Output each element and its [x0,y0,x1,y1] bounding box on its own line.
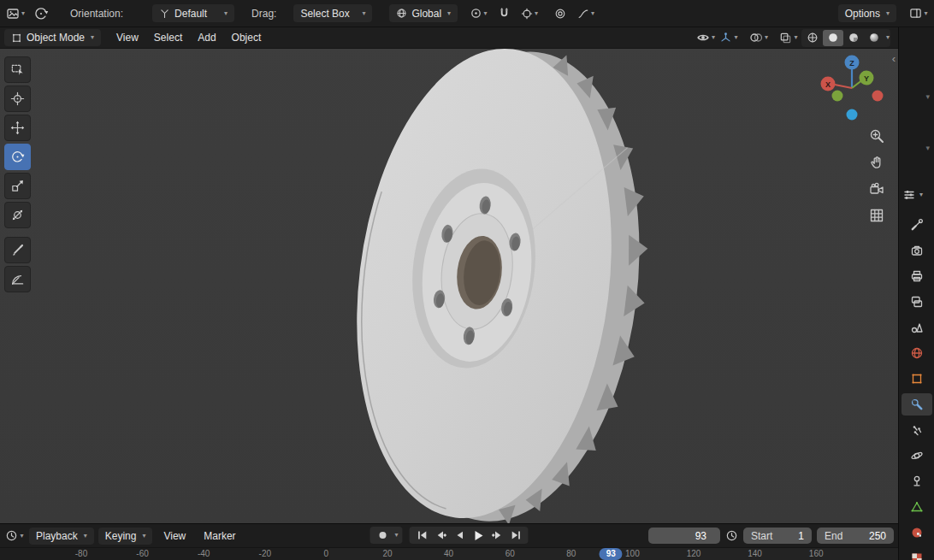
current-frame-value: 93 [695,530,706,542]
play-reverse-button[interactable] [452,528,468,542]
tab-particles[interactable] [901,419,932,441]
timeline-editor-type-button[interactable]: ▾ [4,527,25,545]
brake-disc-model[interactable] [331,33,673,523]
end-frame-field[interactable]: End 250 [817,528,894,544]
snap-target-dropdown[interactable]: ▾ [519,4,540,23]
chevron-down-icon[interactable]: ▾ [925,144,930,152]
transform-space-dropdown[interactable]: Global ▾ [389,4,458,22]
tab-object-data[interactable] [901,496,932,518]
neg-x-axis-ball[interactable] [872,91,884,102]
proportional-editing-toggle[interactable] [550,4,570,23]
tab-constraints[interactable] [901,470,932,492]
neg-y-axis-ball[interactable] [832,91,843,102]
menu-select[interactable]: Select [147,29,189,46]
jump-to-start-button[interactable] [414,528,430,542]
overlays-dropdown[interactable]: ▾ [748,28,769,47]
menu-view[interactable]: View [109,29,145,46]
tab-render[interactable] [901,239,932,262]
tab-view-layer[interactable] [901,291,932,313]
tool-scale-button[interactable] [4,173,31,199]
tool-rotate-button[interactable] [4,144,31,170]
toggle-ortho-button[interactable] [869,208,884,223]
falloff-curve-icon [577,8,589,20]
scene-icon [910,321,924,334]
timeline-menu-view[interactable]: View [157,528,192,545]
ruler-tick: -60 [136,549,148,558]
next-keyframe-icon [491,530,503,540]
play-icon [472,530,485,541]
tab-output[interactable] [901,265,932,287]
ruler-tick: 140 [748,549,762,558]
ruler-tick: 40 [444,549,453,558]
neg-z-axis-ball[interactable] [847,109,858,121]
mode-dropdown[interactable]: Object Mode ▾ [4,29,101,46]
shading-material-button[interactable] [843,30,864,46]
menu-add[interactable]: Add [191,29,222,46]
play-button[interactable] [470,528,487,542]
zoom-button[interactable] [869,128,884,144]
visibility-dropdown[interactable]: ▾ [695,28,716,47]
tab-physics[interactable] [901,445,932,467]
drag-dropdown[interactable]: Select Box ▾ [293,4,372,22]
scene-canvas[interactable] [0,27,898,523]
menu-object[interactable]: Object [225,29,269,46]
chevron-down-icon: ▾ [21,10,25,17]
output-printer-icon [910,269,924,283]
tool-move-button[interactable] [4,115,31,141]
sidebar-collapse-arrow[interactable]: ‹ [892,52,896,65]
material-sphere-icon [910,526,924,539]
tab-tool[interactable] [901,214,932,236]
pre-range-shade [0,548,329,560]
prev-keyframe-button[interactable] [433,528,449,542]
tool-measure-button[interactable] [4,266,31,292]
editor-type-button[interactable]: ▾ [5,4,26,23]
current-frame-field[interactable]: 93 [648,528,720,544]
end-label: End [825,530,842,542]
chevron-down-icon[interactable]: ▾ [925,92,930,101]
jump-to-end-button[interactable] [508,528,524,542]
shading-mode-group: ▾ [801,29,890,47]
tab-scene[interactable] [901,316,932,339]
options-dropdown[interactable]: Options ▾ [838,4,896,22]
tool-select-box-button[interactable] [4,56,31,83]
tool-transform-button[interactable] [4,202,31,228]
orientation-dropdown[interactable]: Default ▾ [152,4,234,22]
snap-toggle-button[interactable] [494,4,514,23]
tab-world[interactable] [901,342,932,364]
keying-dropdown[interactable]: Keying ▾ [98,528,153,545]
chevron-down-icon: ▾ [20,533,23,539]
keying-label: Keying [105,530,137,542]
timeline-menu-marker[interactable]: Marker [197,528,242,545]
auto-keying-record-button[interactable] [374,528,390,542]
shading-wireframe-button[interactable] [802,30,823,46]
start-frame-field[interactable]: Start 1 [743,528,812,544]
tab-object[interactable] [901,368,932,390]
mode-value: Object Mode [27,32,85,44]
playback-dropdown[interactable]: Playback ▾ [29,528,94,545]
tool-annotate-button[interactable] [4,237,31,263]
camera-view-button[interactable] [869,181,884,197]
timeline-ruler[interactable]: -80-60-40-2002040608010012014016093 [0,547,898,560]
end-value: 250 [869,530,886,542]
gizmo-toggle-dropdown[interactable]: ▾ [718,28,739,47]
tab-material[interactable] [901,522,932,544]
window-layout-button[interactable]: ▾ [908,4,929,23]
shading-solid-button[interactable] [823,30,843,46]
viewport-3d[interactable]: Object Mode ▾ View Select Add Object ▾ ▾… [0,27,898,523]
playhead-frame-badge[interactable]: 93 [600,548,623,560]
tool-cursor-button[interactable] [4,85,31,112]
navigation-gizmo[interactable]: Z Y X [813,50,890,128]
timeline-editor: ▾ Playback ▾ Keying ▾ View Marker ▾ [0,523,898,560]
shading-rendered-button[interactable] [864,30,884,46]
ruler-tick: -40 [198,549,210,558]
tab-texture[interactable] [901,547,932,560]
next-keyframe-button[interactable] [489,528,505,542]
proportional-falloff-dropdown[interactable]: ▾ [576,4,596,23]
properties-editor-strip: ▾ ▾ ▾ [898,27,934,560]
tab-modifiers[interactable] [901,393,932,416]
pivot-point-dropdown[interactable]: ▾ [468,4,488,23]
xray-toggle[interactable]: ▾ [778,28,799,47]
properties-editor-type-button[interactable]: ▾ [902,188,923,202]
ruler-tick: 100 [625,549,640,558]
pan-button[interactable] [869,155,884,170]
